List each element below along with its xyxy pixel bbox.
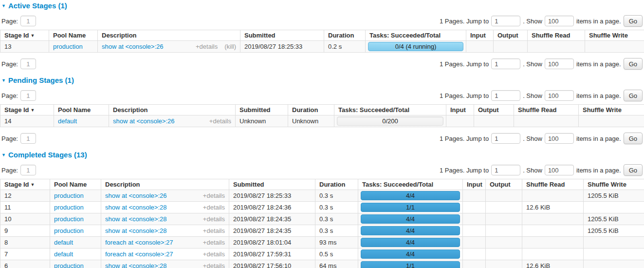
col-header-tasks[interactable]: Tasks: Succeeded/Total bbox=[334, 105, 446, 115]
stage-id-cell: 12 bbox=[0, 190, 50, 202]
col-header-shuffle-write[interactable]: Shuffle Write bbox=[579, 105, 644, 115]
col-header-shuffle-write[interactable]: Shuffle Write bbox=[585, 30, 644, 41]
page-number-input[interactable] bbox=[20, 58, 36, 69]
jump-to-input[interactable] bbox=[491, 58, 520, 69]
description-link[interactable]: show at <console>:26 bbox=[113, 117, 174, 125]
details-toggle[interactable]: +details bbox=[203, 250, 225, 258]
description-link[interactable]: show at <console>:26 bbox=[105, 192, 166, 199]
pool-name-link[interactable]: production bbox=[54, 215, 84, 223]
page-number-input[interactable] bbox=[20, 133, 36, 144]
pending-stages-header[interactable]: ▼ Pending Stages (1) bbox=[1, 76, 644, 84]
shuffle-write-cell bbox=[584, 249, 644, 260]
pool-name-link[interactable]: default bbox=[58, 117, 77, 125]
go-button[interactable]: Go bbox=[624, 58, 643, 70]
active-stages-header[interactable]: ▼ Active Stages (1) bbox=[1, 1, 644, 10]
col-header-stage-id[interactable]: Stage Id▼ bbox=[0, 105, 54, 115]
col-header-description[interactable]: Description bbox=[109, 105, 236, 115]
shuffle-read-cell bbox=[522, 225, 584, 237]
col-header-input[interactable]: Input bbox=[466, 30, 494, 41]
col-header-submitted[interactable]: Submitted bbox=[236, 105, 288, 115]
col-header-output[interactable]: Output bbox=[494, 30, 528, 41]
details-toggle[interactable]: +details bbox=[203, 192, 225, 199]
col-header-shuffle-read[interactable]: Shuffle Read bbox=[522, 179, 584, 190]
col-header-input[interactable]: Input bbox=[446, 105, 474, 115]
input-cell bbox=[463, 225, 486, 237]
col-header-stage-id[interactable]: Stage Id▼ bbox=[0, 179, 50, 190]
jump-to-input[interactable] bbox=[491, 133, 520, 144]
show-count-input[interactable] bbox=[545, 16, 574, 26]
description-link[interactable]: show at <console>:28 bbox=[105, 204, 166, 211]
pool-name-link[interactable]: default bbox=[54, 250, 73, 258]
col-header-shuffle-write[interactable]: Shuffle Write bbox=[584, 179, 644, 190]
details-toggle[interactable]: +details bbox=[196, 43, 218, 50]
jump-to-input[interactable] bbox=[491, 16, 520, 26]
page-number-input[interactable] bbox=[20, 165, 36, 175]
task-progress-bar: 4/4 bbox=[361, 226, 460, 235]
pool-name-link[interactable]: production bbox=[54, 227, 84, 234]
go-button[interactable]: Go bbox=[624, 164, 643, 176]
sort-desc-icon: ▼ bbox=[31, 33, 35, 38]
details-toggle[interactable]: +details bbox=[203, 227, 225, 234]
output-cell bbox=[486, 190, 522, 202]
details-toggle[interactable]: +details bbox=[209, 117, 231, 125]
stage-row: 14defaultshow at <console>:26+detailsUnk… bbox=[0, 115, 644, 127]
show-count-input[interactable] bbox=[545, 133, 574, 144]
page-number-input[interactable] bbox=[20, 16, 36, 26]
details-toggle[interactable]: +details bbox=[203, 215, 225, 223]
col-header-stage-id[interactable]: Stage Id▼ bbox=[0, 30, 49, 41]
submitted-cell: Unknown bbox=[236, 115, 288, 127]
col-header-duration[interactable]: Duration bbox=[288, 105, 334, 115]
col-header-submitted[interactable]: Submitted bbox=[240, 30, 324, 41]
description-link[interactable]: foreach at <console>:27 bbox=[105, 250, 173, 258]
details-toggle[interactable]: +details bbox=[203, 204, 225, 211]
sort-desc-icon: ▼ bbox=[31, 108, 35, 113]
details-toggle[interactable]: +details bbox=[203, 262, 225, 268]
jump-to-input[interactable] bbox=[491, 165, 520, 175]
kill-link[interactable]: (kill) bbox=[224, 43, 236, 50]
pool-name-link[interactable]: production bbox=[53, 43, 83, 50]
description-link[interactable]: show at <console>:28 bbox=[105, 215, 166, 223]
details-toggle[interactable]: +details bbox=[203, 239, 225, 246]
col-header-shuffle-read[interactable]: Shuffle Read bbox=[514, 105, 579, 115]
show-count-input[interactable] bbox=[545, 58, 574, 69]
col-header-pool-name[interactable]: Pool Name bbox=[54, 105, 109, 115]
show-text: . Show bbox=[523, 18, 542, 25]
go-button[interactable]: Go bbox=[624, 90, 643, 101]
pool-name-link[interactable]: production bbox=[54, 262, 84, 268]
col-header-description[interactable]: Description bbox=[98, 30, 240, 41]
submitted-cell: 2019/08/27 18:25:33 bbox=[229, 190, 315, 202]
section-completed-stages: ▼ Completed Stages (13) Page: 1 Pages. J… bbox=[0, 151, 644, 268]
description-cell: show at <console>:28+details bbox=[101, 260, 229, 268]
description-link[interactable]: show at <console>:28 bbox=[105, 227, 166, 234]
col-header-pool-name[interactable]: Pool Name bbox=[49, 30, 98, 41]
page-number-input[interactable] bbox=[20, 90, 36, 101]
col-header-output[interactable]: Output bbox=[474, 105, 514, 115]
completed-stages-header[interactable]: ▼ Completed Stages (13) bbox=[1, 151, 644, 159]
jump-to-input[interactable] bbox=[491, 90, 520, 101]
show-count-input[interactable] bbox=[545, 165, 574, 175]
pool-name-link[interactable]: production bbox=[54, 204, 84, 211]
col-header-input[interactable]: Input bbox=[463, 179, 486, 190]
col-header-pool-name[interactable]: Pool Name bbox=[50, 179, 101, 190]
go-button[interactable]: Go bbox=[624, 15, 643, 27]
duration-cell: Unknown bbox=[288, 115, 334, 127]
col-header-tasks[interactable]: Tasks: Succeeded/Total bbox=[366, 30, 466, 41]
pool-name-link[interactable]: default bbox=[54, 239, 73, 246]
description-link[interactable]: foreach at <console>:27 bbox=[105, 239, 173, 246]
col-header-description[interactable]: Description bbox=[101, 179, 229, 190]
col-header-submitted[interactable]: Submitted bbox=[229, 179, 315, 190]
description-link[interactable]: show at <console>:26 bbox=[102, 43, 163, 50]
stage-row: 6productionshow at <console>:28+details2… bbox=[0, 260, 644, 268]
pending-stages-table: Stage Id▼Pool NameDescriptionSubmittedDu… bbox=[0, 104, 644, 127]
pool-name-cell: production bbox=[50, 213, 101, 225]
show-count-input[interactable] bbox=[545, 90, 574, 101]
go-button[interactable]: Go bbox=[624, 133, 643, 144]
page-label: Page: bbox=[1, 135, 18, 142]
col-header-duration[interactable]: Duration bbox=[324, 30, 366, 41]
col-header-duration[interactable]: Duration bbox=[315, 179, 358, 190]
col-header-tasks[interactable]: Tasks: Succeeded/Total bbox=[358, 179, 463, 190]
col-header-output[interactable]: Output bbox=[486, 179, 522, 190]
col-header-shuffle-read[interactable]: Shuffle Read bbox=[528, 30, 585, 41]
description-link[interactable]: show at <console>:28 bbox=[105, 262, 166, 268]
pool-name-link[interactable]: production bbox=[54, 192, 84, 199]
